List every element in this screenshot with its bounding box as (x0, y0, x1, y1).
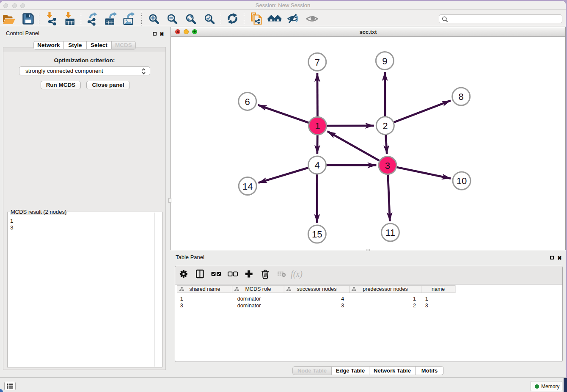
svg-text:7: 7 (315, 57, 320, 68)
svg-text:2: 2 (413, 303, 416, 309)
svg-text:9: 9 (382, 56, 387, 66)
svg-text:10: 10 (457, 176, 467, 186)
svg-text:2: 2 (383, 121, 388, 131)
svg-text:dominator: dominator (237, 303, 261, 309)
svg-text:6: 6 (245, 97, 250, 107)
svg-text:4: 4 (341, 296, 344, 302)
svg-text:MCDS role: MCDS role (245, 286, 271, 292)
svg-text:3: 3 (425, 303, 428, 309)
svg-text:f(x): f(x) (291, 269, 303, 279)
svg-text:3: 3 (180, 303, 183, 309)
svg-text:11: 11 (385, 227, 395, 238)
svg-text:1: 1 (315, 121, 320, 131)
svg-text:shared name: shared name (190, 286, 220, 292)
svg-text:1: 1 (180, 296, 183, 302)
svg-text:4: 4 (314, 160, 319, 171)
svg-text:name: name (432, 286, 445, 292)
svg-text:14: 14 (242, 181, 253, 192)
svg-text:successor nodes: successor nodes (297, 286, 337, 292)
svg-text:predecessor nodes: predecessor nodes (363, 286, 407, 292)
svg-text:1: 1 (413, 296, 416, 302)
svg-text:3: 3 (341, 303, 344, 309)
svg-text:15: 15 (312, 229, 322, 240)
svg-text:dominator: dominator (237, 296, 261, 302)
svg-text:3: 3 (385, 160, 390, 171)
svg-text:8: 8 (459, 91, 464, 102)
svg-text:1: 1 (425, 296, 428, 302)
